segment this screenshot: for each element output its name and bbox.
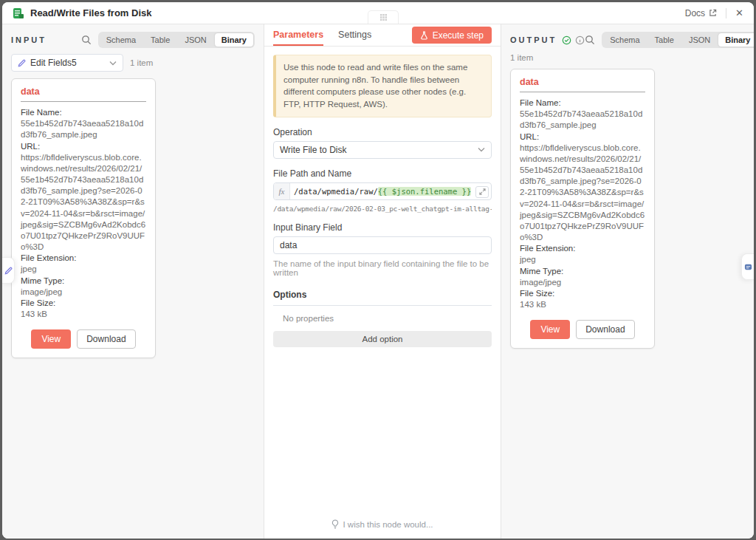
panel-drag-handle[interactable]	[368, 10, 399, 24]
output-tab-schema[interactable]: Schema	[603, 33, 646, 47]
file-path-expression: {{ $json.filename }}	[378, 187, 471, 196]
parameters-header: Parameters Settings Execute step	[264, 24, 501, 47]
previous-node-tab[interactable]	[2, 257, 15, 284]
binary-field-value: 55e1b452d7b743aeaa5218a10dd3fb76_sample.…	[520, 109, 645, 131]
node-notice: Use this node to read and write files on…	[273, 55, 492, 117]
binary-field-value: 143 kB	[520, 299, 645, 310]
input-node-name: Edit Fields5	[30, 58, 105, 68]
header-divider	[726, 8, 726, 18]
node-icon	[13, 7, 24, 19]
options-empty-text: No properties	[283, 314, 492, 323]
wish-feedback-button[interactable]: I wish this node would...	[264, 519, 501, 529]
output-search-icon[interactable]	[585, 35, 595, 45]
binary-field-value: image/jpeg	[21, 287, 146, 298]
pencil-icon	[18, 59, 26, 67]
output-tab-binary[interactable]: Binary	[718, 33, 754, 47]
download-button[interactable]: Download	[576, 320, 634, 339]
output-panel-title: OUTPUT	[510, 35, 557, 44]
binary-field-label: File Name:	[21, 107, 146, 118]
input-search-icon[interactable]	[81, 35, 92, 45]
operation-value: Write File to Disk	[280, 145, 346, 155]
input-binary-field-hint: The name of the input binary field conta…	[273, 259, 492, 277]
node-details-view: Read/Write Files from Disk Docs ✕ INPUT	[2, 2, 754, 539]
docs-link[interactable]: Docs	[685, 8, 717, 18]
file-path-input[interactable]: fx /data/wpmedia/raw/{{ $json.filename }…	[273, 182, 492, 200]
binary-field-label: File Size:	[21, 298, 146, 309]
parameters-body: Use this node to read and write files on…	[264, 47, 501, 539]
input-binary-field-value: data	[280, 240, 297, 250]
input-panel: INPUT Schema Table JSON Binary Edit	[2, 24, 264, 539]
options-section-label: Options	[273, 290, 492, 306]
binary-field-value: 143 kB	[21, 309, 146, 320]
chevron-down-icon	[109, 61, 117, 66]
fx-badge: fx	[274, 183, 290, 199]
docs-label: Docs	[685, 8, 705, 18]
input-binary-field-input[interactable]: data	[273, 236, 492, 254]
info-circle-icon[interactable]	[575, 35, 585, 45]
input-tab-table[interactable]: Table	[144, 33, 176, 47]
output-display-mode-tabs: Schema Table JSON Binary	[602, 32, 754, 48]
tab-parameters[interactable]: Parameters	[273, 24, 323, 46]
lightbulb-icon	[331, 519, 339, 529]
binary-field-value: 55e1b452d7b743aeaa5218a10dd3fb76_sample.…	[21, 118, 146, 140]
external-link-icon	[709, 9, 717, 17]
next-node-tab[interactable]	[741, 253, 754, 280]
output-tab-json[interactable]: JSON	[682, 33, 717, 47]
binary-field-value: https://bfldeliveryscus.blob.core.window…	[21, 152, 146, 253]
pencil-icon	[4, 267, 13, 275]
input-items-count: 1 item	[130, 58, 153, 67]
file-path-preview: /data/wpmedia/raw/2026-02-03_pc-welt_cha…	[273, 205, 492, 213]
input-tab-binary[interactable]: Binary	[215, 33, 253, 47]
binary-key: data	[520, 77, 645, 87]
download-button[interactable]: Download	[77, 329, 135, 349]
chevron-down-icon	[478, 147, 485, 152]
input-panel-title: INPUT	[11, 35, 47, 44]
operation-label: Operation	[273, 127, 492, 137]
node-icon	[744, 263, 752, 271]
binary-field-value: image/jpeg	[520, 277, 645, 288]
binary-field-value: jpeg	[520, 254, 645, 265]
input-binary-field-label: Input Binary Field	[273, 222, 492, 233]
parameters-panel: Parameters Settings Execute step Use thi…	[264, 24, 501, 539]
binary-field-label: File Extension:	[21, 253, 146, 264]
card-divider	[520, 92, 645, 92]
binary-field-value: https://bfldeliveryscus.blob.core.window…	[520, 143, 645, 244]
binary-field-label: URL:	[21, 141, 146, 152]
binary-field: File Name: 55e1b452d7b743aeaa5218a10dd3f…	[520, 98, 645, 310]
binary-field-label: File Extension:	[520, 243, 645, 254]
binary-field-label: Mime Type:	[21, 276, 146, 287]
view-button[interactable]: View	[31, 329, 71, 349]
input-binary-card: data File Name: 55e1b452d7b743aeaa5218a1…	[11, 78, 156, 358]
input-node-selector[interactable]: Edit Fields5	[11, 54, 123, 72]
output-items-count: 1 item	[510, 53, 745, 62]
node-title: Read/Write Files from Disk	[30, 7, 151, 18]
execute-step-label: Execute step	[433, 30, 484, 41]
binary-field: File Name: 55e1b452d7b743aeaa5218a10dd3f…	[21, 107, 146, 320]
output-panel: OUTPUT Schema Table JSON	[501, 24, 754, 539]
wish-label: I wish this node would...	[343, 520, 433, 529]
tab-settings[interactable]: Settings	[338, 24, 371, 46]
binary-field-value: jpeg	[21, 264, 146, 275]
binary-field-label: URL:	[520, 131, 645, 143]
add-option-button[interactable]: Add option	[273, 331, 492, 347]
check-circle-icon	[562, 35, 571, 45]
close-button[interactable]: ✕	[735, 8, 743, 18]
expression-expand-button[interactable]	[475, 186, 489, 198]
output-tab-table[interactable]: Table	[648, 33, 681, 47]
flask-icon	[420, 31, 428, 40]
input-display-mode-tabs: Schema Table JSON Binary	[98, 32, 255, 48]
binary-field-label: File Name:	[520, 98, 645, 109]
binary-field-label: Mime Type:	[520, 266, 645, 277]
execute-step-button[interactable]: Execute step	[412, 27, 492, 44]
card-divider	[21, 101, 146, 102]
input-tab-json[interactable]: JSON	[178, 33, 213, 47]
operation-select[interactable]: Write File to Disk	[273, 141, 492, 159]
input-tab-schema[interactable]: Schema	[100, 33, 142, 47]
file-path-label: File Path and Name	[273, 168, 492, 179]
file-path-static-text: /data/wpmedia/raw/	[294, 187, 378, 196]
binary-key: data	[21, 86, 146, 97]
output-binary-card: data File Name: 55e1b452d7b743aeaa5218a1…	[510, 69, 655, 349]
view-button[interactable]: View	[530, 320, 570, 339]
binary-field-label: File Size:	[520, 288, 645, 299]
